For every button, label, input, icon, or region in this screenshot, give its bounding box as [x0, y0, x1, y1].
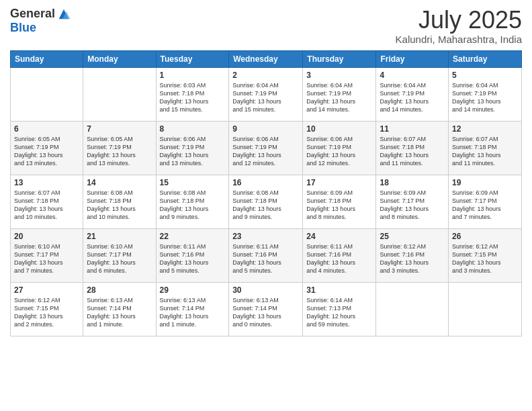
day-number: 14: [87, 178, 152, 187]
day-info: Sunrise: 6:05 AM Sunset: 7:19 PM Dayligh…: [14, 135, 79, 168]
table-row: 19Sunrise: 6:09 AM Sunset: 7:17 PM Dayli…: [449, 175, 522, 228]
title-section: July 2025 Kalundri, Maharashtra, India: [396, 7, 522, 45]
day-info: Sunrise: 6:12 AM Sunset: 7:15 PM Dayligh…: [452, 242, 518, 275]
day-number: 7: [87, 124, 152, 134]
calendar-week-5: 27Sunrise: 6:12 AM Sunset: 7:15 PM Dayli…: [11, 282, 522, 336]
table-row: 25Sunrise: 6:12 AM Sunset: 7:16 PM Dayli…: [376, 228, 449, 282]
logo-icon: [56, 7, 71, 21]
day-info: Sunrise: 6:13 AM Sunset: 7:14 PM Dayligh…: [232, 296, 299, 329]
day-number: 20: [14, 232, 79, 241]
col-tuesday: Tuesday: [156, 50, 229, 67]
day-info: Sunrise: 6:05 AM Sunset: 7:19 PM Dayligh…: [87, 135, 152, 168]
day-number: 9: [232, 124, 299, 134]
table-row: 29Sunrise: 6:13 AM Sunset: 7:14 PM Dayli…: [156, 282, 229, 336]
day-number: 31: [306, 285, 372, 295]
day-number: 23: [232, 232, 299, 241]
logo: General Blue: [10, 7, 71, 35]
col-wednesday: Wednesday: [229, 50, 303, 67]
table-row: 23Sunrise: 6:11 AM Sunset: 7:16 PM Dayli…: [229, 228, 303, 282]
day-number: 3: [306, 71, 372, 80]
day-info: Sunrise: 6:09 AM Sunset: 7:17 PM Dayligh…: [380, 189, 445, 222]
day-info: Sunrise: 6:04 AM Sunset: 7:19 PM Dayligh…: [232, 81, 299, 114]
table-row: [376, 282, 449, 336]
day-info: Sunrise: 6:03 AM Sunset: 7:18 PM Dayligh…: [160, 81, 226, 114]
table-row: 14Sunrise: 6:08 AM Sunset: 7:18 PM Dayli…: [83, 175, 156, 228]
day-number: 28: [87, 285, 152, 295]
table-row: 15Sunrise: 6:08 AM Sunset: 7:18 PM Dayli…: [156, 175, 229, 228]
day-info: Sunrise: 6:08 AM Sunset: 7:18 PM Dayligh…: [87, 189, 152, 222]
table-row: 6Sunrise: 6:05 AM Sunset: 7:19 PM Daylig…: [11, 121, 83, 175]
day-info: Sunrise: 6:09 AM Sunset: 7:18 PM Dayligh…: [306, 189, 372, 222]
day-number: 11: [380, 124, 445, 134]
table-row: 5Sunrise: 6:04 AM Sunset: 7:19 PM Daylig…: [449, 67, 522, 121]
table-row: [83, 67, 156, 121]
table-row: 2Sunrise: 6:04 AM Sunset: 7:19 PM Daylig…: [229, 67, 303, 121]
calendar-week-1: 1Sunrise: 6:03 AM Sunset: 7:18 PM Daylig…: [11, 67, 522, 121]
calendar-week-4: 20Sunrise: 6:10 AM Sunset: 7:17 PM Dayli…: [11, 228, 522, 282]
day-info: Sunrise: 6:12 AM Sunset: 7:15 PM Dayligh…: [14, 296, 79, 329]
day-info: Sunrise: 6:04 AM Sunset: 7:19 PM Dayligh…: [452, 81, 518, 114]
calendar-header-row: Sunday Monday Tuesday Wednesday Thursday…: [11, 50, 522, 67]
table-row: 4Sunrise: 6:04 AM Sunset: 7:19 PM Daylig…: [376, 67, 449, 121]
table-row: 24Sunrise: 6:11 AM Sunset: 7:16 PM Dayli…: [303, 228, 376, 282]
table-row: 8Sunrise: 6:06 AM Sunset: 7:19 PM Daylig…: [156, 121, 229, 175]
logo-blue: Blue: [10, 21, 71, 35]
day-info: Sunrise: 6:11 AM Sunset: 7:16 PM Dayligh…: [160, 242, 226, 275]
table-row: 13Sunrise: 6:07 AM Sunset: 7:18 PM Dayli…: [11, 175, 83, 228]
day-number: 29: [160, 285, 226, 295]
day-number: 10: [306, 124, 372, 134]
table-row: 30Sunrise: 6:13 AM Sunset: 7:14 PM Dayli…: [229, 282, 303, 336]
day-info: Sunrise: 6:13 AM Sunset: 7:14 PM Dayligh…: [160, 296, 226, 329]
day-number: 8: [160, 124, 226, 134]
day-info: Sunrise: 6:14 AM Sunset: 7:13 PM Dayligh…: [306, 296, 372, 329]
location-subtitle: Kalundri, Maharashtra, India: [396, 34, 522, 45]
day-info: Sunrise: 6:06 AM Sunset: 7:19 PM Dayligh…: [232, 135, 299, 168]
day-info: Sunrise: 6:06 AM Sunset: 7:19 PM Dayligh…: [306, 135, 372, 168]
day-info: Sunrise: 6:11 AM Sunset: 7:16 PM Dayligh…: [306, 242, 372, 275]
day-info: Sunrise: 6:11 AM Sunset: 7:16 PM Dayligh…: [232, 242, 299, 275]
col-thursday: Thursday: [303, 50, 376, 67]
table-row: 22Sunrise: 6:11 AM Sunset: 7:16 PM Dayli…: [156, 228, 229, 282]
day-number: 24: [306, 232, 372, 241]
day-number: 5: [452, 71, 518, 80]
table-row: 18Sunrise: 6:09 AM Sunset: 7:17 PM Dayli…: [376, 175, 449, 228]
day-info: Sunrise: 6:12 AM Sunset: 7:16 PM Dayligh…: [380, 242, 445, 275]
day-number: 27: [14, 285, 79, 295]
day-number: 19: [452, 178, 518, 187]
day-number: 25: [380, 232, 445, 241]
table-row: 7Sunrise: 6:05 AM Sunset: 7:19 PM Daylig…: [83, 121, 156, 175]
logo-general: General: [10, 7, 55, 21]
day-number: 15: [160, 178, 226, 187]
col-friday: Friday: [376, 50, 449, 67]
day-info: Sunrise: 6:10 AM Sunset: 7:17 PM Dayligh…: [87, 242, 152, 275]
day-number: 30: [232, 285, 299, 295]
day-info: Sunrise: 6:13 AM Sunset: 7:14 PM Dayligh…: [87, 296, 152, 329]
table-row: 31Sunrise: 6:14 AM Sunset: 7:13 PM Dayli…: [303, 282, 376, 336]
table-row: [449, 282, 522, 336]
day-number: 1: [160, 71, 226, 80]
table-row: 21Sunrise: 6:10 AM Sunset: 7:17 PM Dayli…: [83, 228, 156, 282]
day-number: 4: [380, 71, 445, 80]
day-info: Sunrise: 6:04 AM Sunset: 7:19 PM Dayligh…: [380, 81, 445, 114]
day-info: Sunrise: 6:07 AM Sunset: 7:18 PM Dayligh…: [452, 135, 518, 168]
day-info: Sunrise: 6:08 AM Sunset: 7:18 PM Dayligh…: [160, 189, 226, 222]
col-saturday: Saturday: [449, 50, 522, 67]
day-number: 21: [87, 232, 152, 241]
day-number: 18: [380, 178, 445, 187]
col-monday: Monday: [83, 50, 156, 67]
table-row: [11, 67, 83, 121]
table-row: 28Sunrise: 6:13 AM Sunset: 7:14 PM Dayli…: [83, 282, 156, 336]
calendar-table: Sunday Monday Tuesday Wednesday Thursday…: [10, 50, 522, 336]
day-info: Sunrise: 6:06 AM Sunset: 7:19 PM Dayligh…: [160, 135, 226, 168]
calendar-week-2: 6Sunrise: 6:05 AM Sunset: 7:19 PM Daylig…: [11, 121, 522, 175]
table-row: 16Sunrise: 6:08 AM Sunset: 7:18 PM Dayli…: [229, 175, 303, 228]
day-info: Sunrise: 6:08 AM Sunset: 7:18 PM Dayligh…: [232, 189, 299, 222]
day-number: 2: [232, 71, 299, 80]
table-row: 20Sunrise: 6:10 AM Sunset: 7:17 PM Dayli…: [11, 228, 83, 282]
header: General Blue July 2025 Kalundri, Maharas…: [10, 7, 522, 45]
col-sunday: Sunday: [11, 50, 83, 67]
table-row: 1Sunrise: 6:03 AM Sunset: 7:18 PM Daylig…: [156, 67, 229, 121]
day-number: 16: [232, 178, 299, 187]
page: General Blue July 2025 Kalundri, Maharas…: [0, 0, 532, 411]
table-row: 9Sunrise: 6:06 AM Sunset: 7:19 PM Daylig…: [229, 121, 303, 175]
